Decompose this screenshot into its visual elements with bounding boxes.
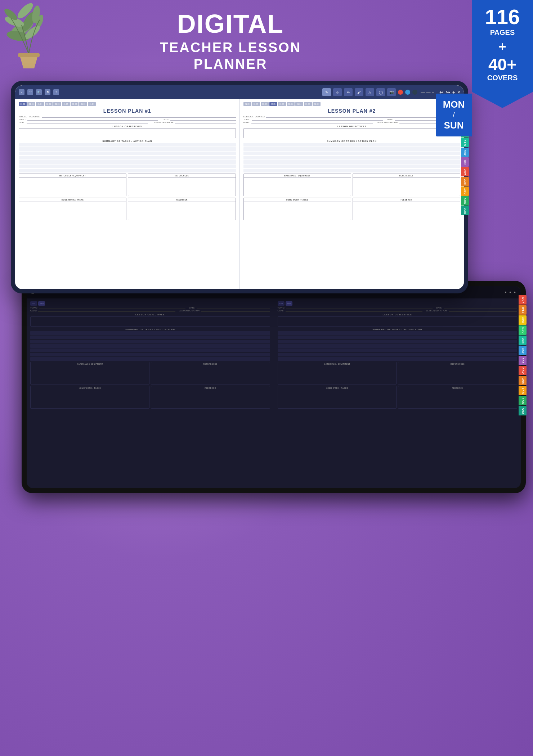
- pencil-btn[interactable]: ✏: [344, 88, 353, 96]
- dark-topic-line-1: [39, 309, 185, 309]
- summary-lines-2: [243, 143, 461, 172]
- dark-summary-header-1: SUMMARY OF TASKS / ACTION PLAN: [30, 328, 270, 330]
- nav-tab-8[interactable]: 01-04: [88, 102, 96, 106]
- bookmark-icon[interactable]: ⚑: [45, 89, 50, 95]
- dark-month-tab-feb[interactable]: FEB: [519, 305, 527, 315]
- summary-header-2: SUMMARY OF TASKS / ACTION PLAN: [243, 140, 461, 142]
- ipad-light: ‹ ☷ 🔍 ⚑ ⇧ ✎ ⎋ ✏ 🖌 △ ◯ 📷 ― — – ↩ ↪ +: [11, 81, 468, 293]
- dark-month-tab-jun[interactable]: JUN: [519, 346, 527, 355]
- homework-box-2: HOME WORK / TASKS: [243, 198, 351, 220]
- objectives-header-2: LESSON OBJECTIVES: [243, 125, 461, 127]
- dark-summary-header-2: SUMMARY OF TASKS / ACTION PLAN: [278, 328, 518, 330]
- materials-content-1: [19, 178, 126, 196]
- materials-box-1: MATERIALS / EQUIPMENT: [19, 174, 126, 196]
- marker-btn[interactable]: 🖌: [355, 88, 363, 96]
- month-tab-jul[interactable]: JUL: [461, 157, 469, 167]
- year-2021[interactable]: 2021: [30, 301, 37, 306]
- dark-materials-box-1: MATERIALS / EQUIPMENT: [30, 362, 149, 384]
- pen-tool-btn[interactable]: ✎: [322, 88, 331, 96]
- nav-tab2-0[interactable]: 01-09: [243, 102, 251, 106]
- sun-label: SUN: [439, 120, 468, 131]
- month-tab-oct[interactable]: OCT: [461, 186, 469, 196]
- dark-homework-box-2: HOME WORK / TASKS: [278, 386, 397, 409]
- back-icon[interactable]: ‹: [19, 89, 24, 95]
- lesson-plan-1: 01-09 01-05 01-04 02-05 01-05 01-05 01-0…: [15, 99, 240, 289]
- ribbon-covers-label: COVERS: [475, 73, 529, 83]
- nav-tab2-5[interactable]: 01-05: [287, 102, 295, 106]
- nav-tab-4[interactable]: 01-05: [53, 102, 61, 106]
- dark-month-tab-may[interactable]: MAY: [519, 336, 527, 345]
- dark-plan-1: 2021 2022 TOPIC: DATE: GOAL: LESSON DURA…: [27, 298, 274, 488]
- dark-month-tab-dec[interactable]: DEC: [519, 406, 527, 415]
- color-blue[interactable]: [405, 90, 410, 95]
- lasso-btn[interactable]: ◯: [376, 88, 385, 96]
- dark-goal-line-1: [38, 311, 175, 312]
- feedback-header-1: FEEDBACK: [128, 198, 235, 202]
- dark-more-btn[interactable]: • • •: [505, 289, 516, 295]
- nav-tab2-8[interactable]: 01-04: [313, 102, 321, 106]
- subject-row-2: SUBJECT / COURSE:: [243, 116, 461, 118]
- dark-month-tab-sep[interactable]: SEP: [519, 376, 527, 385]
- nav-tab2-active[interactable]: 02-05: [269, 102, 277, 106]
- image-btn[interactable]: 📷: [387, 88, 396, 96]
- materials-header-2: MATERIALS / EQUIPMENT: [244, 174, 351, 178]
- year-2022[interactable]: 2022: [38, 301, 45, 306]
- nav-tabs-1: 01-09 01-05 01-04 02-05 01-05 01-05 01-0…: [19, 102, 236, 106]
- dark-references-header-1: REFERENCES: [151, 362, 270, 366]
- dark-date-label-2: DATE:: [436, 307, 442, 309]
- color-red[interactable]: [398, 90, 403, 95]
- dark-month-tab-apr[interactable]: APR: [519, 325, 527, 335]
- summary-line-6: [19, 165, 236, 168]
- nav-tab-1[interactable]: 01-05: [27, 102, 35, 106]
- share-icon[interactable]: ⇧: [53, 89, 59, 95]
- subject-row-1: SUBJECT / COURSE:: [19, 116, 236, 118]
- year-2022-2[interactable]: 2022: [286, 301, 292, 306]
- month-tab-dec[interactable]: DEC: [461, 206, 469, 215]
- nav-tab-active[interactable]: 01-09: [19, 102, 27, 106]
- dark-goal-label-1: GOAL:: [30, 310, 37, 312]
- dark-month-tab-jan[interactable]: JAN: [519, 295, 527, 305]
- dark-month-tab-nov[interactable]: NOV: [519, 396, 527, 405]
- materials-box-2: MATERIALS / EQUIPMENT: [243, 174, 351, 196]
- nav-tab-2[interactable]: 01-04: [36, 102, 44, 106]
- goal-label-1: GOAL:: [19, 121, 25, 123]
- nav-tab-7[interactable]: 01-05: [79, 102, 87, 106]
- nav-tab-3[interactable]: 02-05: [45, 102, 53, 106]
- dark-feedback-box-1: FEEDBACK: [151, 386, 270, 409]
- grid-icon[interactable]: ☷: [27, 89, 33, 95]
- topic-date-row-1: TOPIC: DATE:: [19, 118, 236, 121]
- dark-month-tab-oct[interactable]: OCT: [519, 386, 527, 395]
- nav-tab2-2[interactable]: 01-04: [261, 102, 269, 106]
- dark-month-tab-aug[interactable]: AUG: [519, 366, 527, 375]
- search-icon[interactable]: 🔍: [36, 89, 42, 95]
- bottom-grid-2: MATERIALS / EQUIPMENT REFERENCES HOME WO…: [243, 174, 461, 220]
- month-tabs-dark: JANFEBMARAPRMAYJUNJULAUGSEPOCTNOVDEC: [519, 295, 527, 416]
- mon-label: MON: [439, 99, 468, 110]
- subject-label-2: SUBJECT / COURSE:: [243, 116, 265, 118]
- dark-month-tab-mar[interactable]: MAR: [519, 315, 527, 325]
- nav-tab2-4[interactable]: 01-05: [278, 102, 286, 106]
- month-tab-may[interactable]: MAY: [461, 138, 469, 147]
- feedback-box-1: FEEDBACK: [128, 198, 236, 220]
- month-tab-aug[interactable]: AUG: [461, 167, 469, 176]
- eraser-btn[interactable]: ⎋: [333, 88, 342, 96]
- nav-tab-5[interactable]: 01-05: [62, 102, 70, 106]
- month-tab-jun[interactable]: JUN: [461, 148, 469, 157]
- nav-tab-6[interactable]: 01-04: [71, 102, 79, 106]
- month-tab-sep[interactable]: SEP: [461, 177, 469, 186]
- month-tab-nov[interactable]: NOV: [461, 196, 469, 206]
- ribbon-covers-number: 40+: [475, 56, 529, 73]
- year-2021-2[interactable]: 2021: [278, 301, 285, 306]
- goal-row-2: GOAL: LESSON DURATION:: [243, 121, 461, 123]
- summary-header-1: SUMMARY OF TASKS / ACTION PLAN: [19, 140, 236, 142]
- shape-btn[interactable]: △: [366, 88, 374, 96]
- dark-summary-lines-2: [278, 331, 518, 361]
- nav-tab2-7[interactable]: 01-05: [304, 102, 312, 106]
- duration-label-1: LESSON DURATION:: [152, 121, 174, 123]
- goal-row-1: GOAL: LESSON DURATION:: [19, 121, 236, 123]
- references-content-1: [128, 178, 235, 196]
- dark-month-tab-jul[interactable]: JUL: [519, 356, 527, 365]
- nav-tab2-1[interactable]: 01-05: [252, 102, 260, 106]
- color-black[interactable]: [412, 90, 417, 95]
- nav-tab2-6[interactable]: 01-04: [295, 102, 303, 106]
